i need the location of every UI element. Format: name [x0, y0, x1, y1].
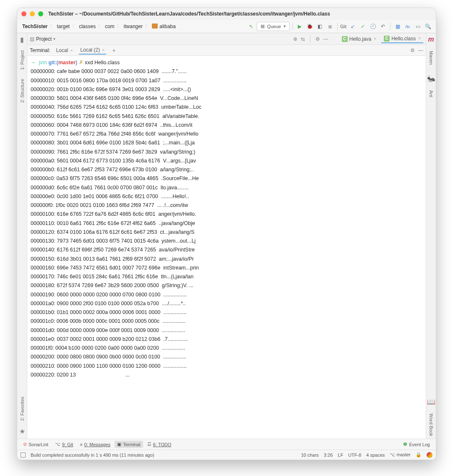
minimize-window-button[interactable]: [30, 11, 35, 16]
google-icon[interactable]: [427, 452, 432, 458]
window-controls: [21, 11, 43, 16]
terminal-output[interactable]: → jvm git:(master) ✗ xxd Hello.class 000…: [27, 56, 426, 439]
back-button[interactable]: ↖: [247, 22, 256, 31]
folder-icon: ▮: [20, 36, 24, 44]
checklist-icon: ☲: [147, 442, 151, 447]
main-toolbar: TechSister〉 target〉 classes〉 com〉 itwang…: [17, 20, 436, 33]
folder-icon: [152, 24, 158, 29]
branch-icon: ⌥: [55, 442, 60, 447]
build-status: Build completed successfully in 1 s 490 …: [31, 452, 154, 458]
git-pull-button[interactable]: ↙: [348, 22, 357, 31]
todo-button[interactable]: ☲6: TODO: [145, 441, 174, 448]
run-config-selector[interactable]: ▦Queue▾: [257, 22, 290, 31]
git-branch-widget[interactable]: ⌥ master: [390, 452, 411, 458]
project-view-selector[interactable]: ▤ Project ▾: [30, 36, 55, 42]
messages-button[interactable]: ≡0: Messages: [77, 441, 113, 448]
close-tab-button[interactable]: ×: [417, 36, 421, 41]
close-tab-button[interactable]: ×: [70, 48, 73, 53]
ide-settings-button[interactable]: ▭: [413, 22, 422, 31]
chevron-down-icon: ▾: [53, 37, 55, 41]
editor-tabs: CHello.java× CHello.class×: [339, 35, 423, 43]
line-ending[interactable]: LF: [338, 452, 343, 458]
toggle-tool-windows-button[interactable]: [21, 452, 26, 458]
status-bar: Build completed successfully in 1 s 490 …: [17, 450, 436, 460]
terminal-button[interactable]: ▣Terminal: [115, 441, 143, 448]
breadcrumb[interactable]: classes: [77, 23, 97, 30]
left-tool-rail: ▮ 1: Project 2: Structure 2: Favorites ★: [17, 33, 27, 439]
collapse-button[interactable]: ⇆: [301, 36, 305, 42]
star-icon: ★: [19, 427, 25, 435]
project-structure-button[interactable]: ▦: [393, 22, 402, 31]
stop-button[interactable]: ◼: [325, 22, 335, 31]
cursor-position[interactable]: 3:26: [324, 452, 333, 458]
git-tool-button[interactable]: ⌥9: Git: [52, 441, 76, 448]
info-icon: ❶: [403, 442, 407, 447]
project-tool-tab[interactable]: 1: Project: [19, 48, 26, 72]
git-history-button[interactable]: 🕘: [368, 22, 378, 31]
git-revert-button[interactable]: ↶: [378, 22, 388, 31]
ant-tool-tab[interactable]: Ant: [428, 88, 435, 100]
close-tab-button[interactable]: ×: [102, 48, 105, 52]
breadcrumb[interactable]: com: [103, 23, 116, 30]
locate-button[interactable]: ⊕: [293, 36, 297, 42]
ide-window: TechSister – ~/Documents/GitHub/TechSist…: [17, 8, 436, 460]
editor-tab[interactable]: CHello.class×: [381, 35, 423, 43]
search-button[interactable]: 🔍: [423, 22, 432, 31]
maven-tool-tab[interactable]: Maven: [428, 48, 435, 67]
indent-info[interactable]: 4 spaces: [366, 452, 385, 458]
git-label: Git:: [340, 24, 347, 29]
structure-tool-tab[interactable]: 2: Structure: [19, 76, 26, 105]
hide-button[interactable]: —: [418, 47, 423, 53]
file-encoding[interactable]: UTF-8: [348, 452, 361, 458]
editor-tab[interactable]: CHello.java×: [339, 35, 379, 43]
navigation-breadcrumbs: TechSister〉 target〉 classes〉 com〉 itwang…: [21, 23, 177, 30]
class-icon: C: [342, 36, 348, 42]
new-terminal-button[interactable]: +: [110, 47, 117, 54]
breadcrumb[interactable]: TechSister: [21, 23, 49, 30]
terminal-icon: ▣: [117, 442, 121, 447]
event-log-button[interactable]: ❶Event Log: [401, 441, 432, 448]
terminal-tab[interactable]: Local ×: [55, 47, 75, 54]
gear-icon[interactable]: ⚙: [315, 36, 320, 42]
chevron-right-icon: 〉: [97, 24, 103, 29]
chevron-right-icon: 〉: [116, 24, 122, 29]
terminal-label: Terminal:: [30, 47, 50, 53]
forbidden-icon: ⊘: [23, 442, 27, 447]
bottom-tool-bar: ⊘SonarLint ⌥9: Git ≡0: Messages ▣Termina…: [17, 439, 436, 450]
chevron-right-icon: 〉: [49, 24, 55, 29]
xxd-output: 00000000: cafe babe 0000 0037 0022 0a00 …: [31, 68, 201, 378]
wordbook-tool-tab[interactable]: Word Book: [428, 411, 435, 439]
ant-icon: 🐜: [427, 75, 435, 83]
right-tool-rail: m Maven 🐜 Ant 📖 Word Book: [426, 33, 436, 439]
run-button[interactable]: ▶: [295, 22, 305, 31]
terminal-tabs-bar: Terminal: Local × Local (2) × + ⚙ —: [27, 45, 426, 56]
class-icon: C: [384, 36, 390, 42]
list-icon: ≡: [80, 442, 82, 447]
project-icon: ▤: [30, 36, 34, 42]
gear-icon[interactable]: ⚙: [410, 47, 415, 53]
translate-button[interactable]: 🗛: [403, 22, 412, 31]
window-title: TechSister – ~/Documents/GitHub/TechSist…: [43, 11, 432, 17]
git-commit-button[interactable]: ✓: [358, 22, 367, 31]
selection-info: 10 chars: [301, 452, 319, 458]
project-header-row: ▤ Project ▾ ⊕ ⇆ ⚙ — CHello.java× CHello.…: [27, 33, 426, 45]
chevron-right-icon: 〉: [71, 24, 77, 29]
title-bar: TechSister – ~/Documents/GitHub/TechSist…: [17, 8, 436, 20]
breadcrumb[interactable]: alibaba: [150, 23, 177, 30]
book-icon: 📖: [427, 398, 435, 406]
close-tab-button[interactable]: ×: [373, 37, 376, 41]
debug-button[interactable]: 🐞: [305, 22, 315, 31]
zoom-window-button[interactable]: [38, 11, 43, 16]
maven-icon: m: [428, 36, 434, 43]
lock-icon[interactable]: 🔒: [416, 452, 422, 458]
terminal-tab[interactable]: Local (2) ×: [79, 46, 107, 55]
sonarlint-button[interactable]: ⊘SonarLint: [21, 441, 51, 448]
breadcrumb[interactable]: itwanger: [122, 23, 144, 30]
branch-icon: ⌥: [390, 452, 395, 457]
coverage-button[interactable]: ◧: [315, 22, 325, 31]
close-window-button[interactable]: [21, 11, 26, 16]
chevron-right-icon: 〉: [144, 24, 150, 29]
favorites-tool-tab[interactable]: 2: Favorites: [19, 394, 26, 423]
breadcrumb[interactable]: target: [55, 23, 71, 30]
hide-button[interactable]: —: [323, 36, 328, 42]
